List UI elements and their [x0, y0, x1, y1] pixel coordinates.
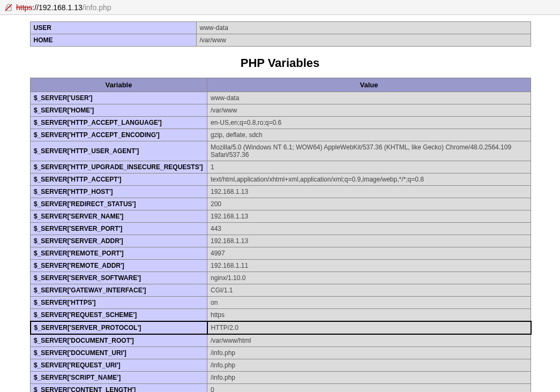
- var-name: $_SERVER['USER']: [31, 92, 207, 104]
- var-name: $_SERVER['GATEWAY_INTERFACE']: [31, 284, 207, 297]
- var-row: $_SERVER['HTTP_ACCEPT']text/html,applica…: [31, 174, 531, 186]
- var-name: $_SERVER['HTTP_ACCEPT']: [31, 174, 207, 186]
- var-row: $_SERVER['REMOTE_PORT']4997: [31, 247, 531, 260]
- var-name: $_SERVER['DOCUMENT_ROOT']: [31, 334, 207, 347]
- var-row: $_SERVER['HTTP_UPGRADE_INSECURE_REQUESTS…: [31, 161, 531, 174]
- var-name: $_SERVER['SERVER_ADDR']: [31, 235, 207, 247]
- url-bar[interactable]: https ://192.168.1.13 /info.php: [0, 0, 560, 15]
- var-name: $_SERVER['HTTP_UPGRADE_INSECURE_REQUESTS…: [31, 161, 207, 174]
- var-table-container: Variable Value $_SERVER['USER']www-data$…: [30, 78, 531, 392]
- var-row: $_SERVER['REDIRECT_STATUS']200: [31, 198, 531, 210]
- var-name: $_SERVER['SERVER_PORT']: [31, 223, 207, 235]
- var-row: $_SERVER['GATEWAY_INTERFACE']CGI/1.1: [31, 284, 531, 297]
- var-row: $_SERVER['HTTPS']on: [31, 297, 531, 309]
- var-row: $_SERVER['HOME']/var/www: [31, 104, 531, 117]
- url-protocol: https: [16, 3, 32, 12]
- var-value: 192.168.1.13: [207, 186, 531, 198]
- var-name: $_SERVER['HTTP_USER_AGENT']: [31, 141, 207, 161]
- var-name: $_SERVER['REDIRECT_STATUS']: [31, 198, 207, 210]
- var-row: $_SERVER['REQUEST_SCHEME']https: [31, 309, 531, 322]
- var-table-header-value: Value: [207, 78, 531, 92]
- var-row: $_SERVER['SERVER_PROTOCOL']HTTP/2.0: [31, 321, 531, 334]
- var-value: nginx/1.10.0: [207, 272, 531, 284]
- section-title-php-variables: PHP Variables: [241, 56, 320, 70]
- var-name: $_SERVER['SCRIPT_NAME']: [31, 372, 207, 384]
- ssl-warning-icon: [4, 3, 13, 12]
- var-row: $_SERVER['DOCUMENT_URI']/info.php: [31, 347, 531, 359]
- var-name: $_SERVER['REQUEST_SCHEME']: [31, 309, 207, 322]
- var-row: $_SERVER['REMOTE_ADDR']192.168.1.11: [31, 260, 531, 272]
- var-row: $_SERVER['DOCUMENT_ROOT']/var/www/html: [31, 334, 531, 347]
- var-value: Mozilla/5.0 (Windows NT 6.1; WOW64) Appl…: [207, 141, 531, 161]
- env-value: www-data: [196, 22, 531, 34]
- var-table-header-row: Variable Value: [31, 78, 531, 92]
- url-path: /info.php: [83, 3, 111, 12]
- var-value: www-data: [207, 92, 531, 104]
- var-value: /var/www/html: [207, 334, 531, 347]
- env-name: USER: [30, 22, 196, 34]
- var-value: 4997: [207, 247, 531, 260]
- var-name: $_SERVER['REMOTE_PORT']: [31, 247, 207, 260]
- env-name: HOME: [30, 34, 196, 47]
- url-host: ://192.168.1.13: [32, 3, 82, 12]
- url-text[interactable]: https ://192.168.1.13 /info.php: [16, 3, 111, 12]
- var-name: $_SERVER['HTTPS']: [31, 297, 207, 309]
- var-row: $_SERVER['HTTP_ACCEPT_ENCODING']gzip, de…: [31, 129, 531, 141]
- var-row: $_SERVER['SCRIPT_NAME']/info.php: [31, 372, 531, 384]
- var-row: $_SERVER['USER']www-data: [31, 92, 531, 104]
- var-name: $_SERVER['REQUEST_URI']: [31, 359, 207, 372]
- var-name: $_SERVER['SERVER_PROTOCOL']: [31, 321, 207, 334]
- var-row: $_SERVER['HTTP_USER_AGENT']Mozilla/5.0 (…: [31, 141, 531, 161]
- env-row: USERwww-data: [30, 22, 531, 34]
- var-value: /info.php: [207, 359, 531, 372]
- var-value: 1: [207, 161, 531, 174]
- var-name: $_SERVER['CONTENT_LENGTH']: [31, 384, 207, 393]
- svg-line-1: [5, 4, 12, 11]
- var-row: $_SERVER['SERVER_PORT']443: [31, 223, 531, 235]
- var-value: on: [207, 297, 531, 309]
- var-row: $_SERVER['HTTP_HOST']192.168.1.13: [31, 186, 531, 198]
- var-name: $_SERVER['HOME']: [31, 104, 207, 117]
- env-value: /var/www: [196, 34, 531, 47]
- var-row: $_SERVER['SERVER_NAME']192.168.1.13: [31, 210, 531, 223]
- env-table: USERwww-dataHOME/var/www: [30, 21, 531, 47]
- env-row: HOME/var/www: [30, 34, 531, 47]
- var-value: 200: [207, 198, 531, 210]
- var-table-header-variable: Variable: [31, 78, 207, 92]
- var-name: $_SERVER['HTTP_ACCEPT_ENCODING']: [31, 129, 207, 141]
- page-content: USERwww-dataHOME/var/www PHP Variables V…: [0, 15, 560, 392]
- var-row: $_SERVER['SERVER_SOFTWARE']nginx/1.10.0: [31, 272, 531, 284]
- var-value: 192.168.1.11: [207, 260, 531, 272]
- var-value: 192.168.1.13: [207, 235, 531, 247]
- var-name: $_SERVER['DOCUMENT_URI']: [31, 347, 207, 359]
- var-value: /var/www: [207, 104, 531, 117]
- var-value: gzip, deflate, sdch: [207, 129, 531, 141]
- var-value: 192.168.1.13: [207, 210, 531, 223]
- var-row: $_SERVER['CONTENT_LENGTH']0: [31, 384, 531, 393]
- var-value: https: [207, 309, 531, 322]
- var-name: $_SERVER['REMOTE_ADDR']: [31, 260, 207, 272]
- var-row: $_SERVER['REQUEST_URI']/info.php: [31, 359, 531, 372]
- var-table: Variable Value $_SERVER['USER']www-data$…: [30, 78, 532, 392]
- var-value: 0: [207, 384, 531, 393]
- var-value: CGI/1.1: [207, 284, 531, 297]
- var-name: $_SERVER['SERVER_NAME']: [31, 210, 207, 223]
- var-value: 443: [207, 223, 531, 235]
- var-name: $_SERVER['HTTP_HOST']: [31, 186, 207, 198]
- env-table-container: USERwww-dataHOME/var/www: [30, 21, 531, 47]
- var-value: text/html,application/xhtml+xml,applicat…: [207, 174, 531, 186]
- var-value: en-US,en;q=0.8,ro;q=0.6: [207, 117, 531, 129]
- var-value: /info.php: [207, 372, 531, 384]
- var-value: HTTP/2.0: [207, 321, 531, 334]
- var-name: $_SERVER['SERVER_SOFTWARE']: [31, 272, 207, 284]
- var-name: $_SERVER['HTTP_ACCEPT_LANGUAGE']: [31, 117, 207, 129]
- var-row: $_SERVER['SERVER_ADDR']192.168.1.13: [31, 235, 531, 247]
- var-row: $_SERVER['HTTP_ACCEPT_LANGUAGE']en-US,en…: [31, 117, 531, 129]
- var-value: /info.php: [207, 347, 531, 359]
